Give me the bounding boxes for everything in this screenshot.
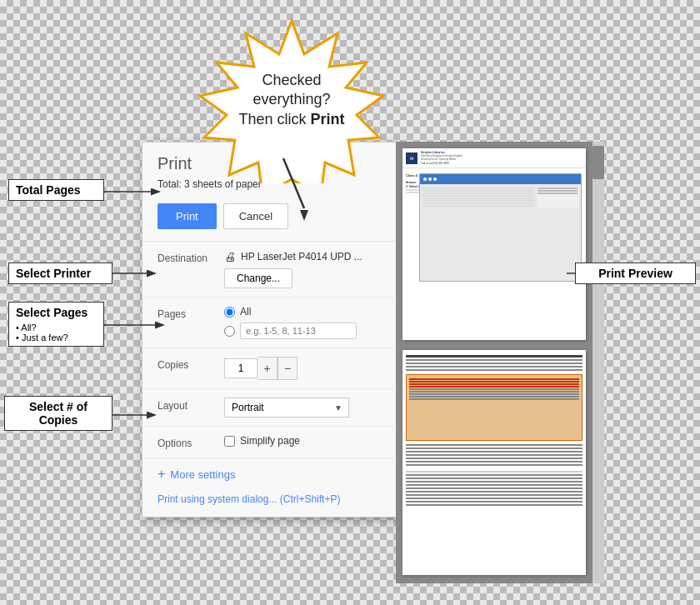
pages-all-radio[interactable] (224, 307, 235, 318)
print-preview-panel: H Heights Libraries Cleveland Heights-Un… (396, 142, 604, 583)
printer-icon: 🖨 (224, 250, 236, 263)
starburst-text: Checked everything? Then click Print (229, 71, 354, 129)
destination-content: 🖨 HP LaserJet P4014 UPD ... Change... (224, 250, 384, 288)
svg-line-7 (283, 158, 304, 208)
layout-select-wrapper: Portrait Landscape (224, 398, 349, 418)
printer-name: 🖨 HP LaserJet P4014 UPD ... (224, 250, 384, 263)
copies-section: Copies + − (142, 348, 399, 389)
pages-range-radio[interactable] (224, 326, 235, 337)
copies-input[interactable] (224, 358, 258, 378)
copies-increase-button[interactable]: + (258, 357, 278, 380)
pages-label: Pages (158, 306, 216, 320)
more-settings-link[interactable]: + More settings (142, 458, 399, 490)
copies-label: Copies (158, 357, 216, 371)
preview-popup-menu (419, 173, 582, 282)
change-printer-button[interactable]: Change... (224, 268, 292, 288)
print-button[interactable]: Print (158, 203, 217, 229)
preview-logo: H (406, 152, 418, 164)
layout-select[interactable]: Portrait Landscape (224, 398, 349, 418)
simplify-page-checkbox[interactable] (224, 436, 235, 447)
print-preview-label: Print Preview (575, 262, 696, 284)
copies-control: + − (224, 357, 384, 380)
pages-section: Pages All (142, 298, 399, 348)
preview-scrollbar[interactable] (592, 142, 604, 583)
total-pages-label: Total Pages (8, 179, 104, 201)
destination-label: Destination (158, 250, 216, 264)
pages-radio-group: All (224, 306, 384, 339)
pages-all-option[interactable]: All (224, 306, 384, 318)
system-dialog-link[interactable]: Print using system dialog... (Ctrl+Shift… (142, 490, 399, 517)
preview-page-2 (402, 350, 586, 575)
select-printer-label: Select Printer (8, 262, 112, 284)
destination-section: Destination 🖨 HP LaserJet P4014 UPD ... … (142, 242, 399, 298)
options-section: Options Simplify page (142, 427, 399, 458)
preview-scrollbar-thumb[interactable] (592, 146, 604, 179)
layout-content: Portrait Landscape (224, 398, 384, 418)
preview-page-1: H Heights Libraries Cleveland Heights-Un… (402, 148, 586, 340)
svg-marker-8 (300, 210, 308, 221)
options-label: Options (158, 435, 216, 449)
select-pages-label: Select Pages • All? • Just a few? (8, 302, 104, 347)
pages-content: All (224, 306, 384, 339)
layout-section: Layout Portrait Landscape (142, 389, 399, 427)
preview-header-text: Heights Libraries Cleveland Heights-Univ… (421, 151, 462, 165)
simplify-page-option[interactable]: Simplify page (224, 435, 384, 447)
copies-content: + − (224, 357, 384, 380)
select-copies-label: Select # ofCopies (4, 396, 112, 431)
copies-decrease-button[interactable]: − (278, 357, 298, 380)
layout-label: Layout (158, 398, 216, 412)
options-content: Simplify page (224, 435, 384, 447)
pages-range-input[interactable] (240, 322, 357, 339)
print-arrow (258, 150, 325, 225)
pages-range-option[interactable] (224, 322, 384, 339)
